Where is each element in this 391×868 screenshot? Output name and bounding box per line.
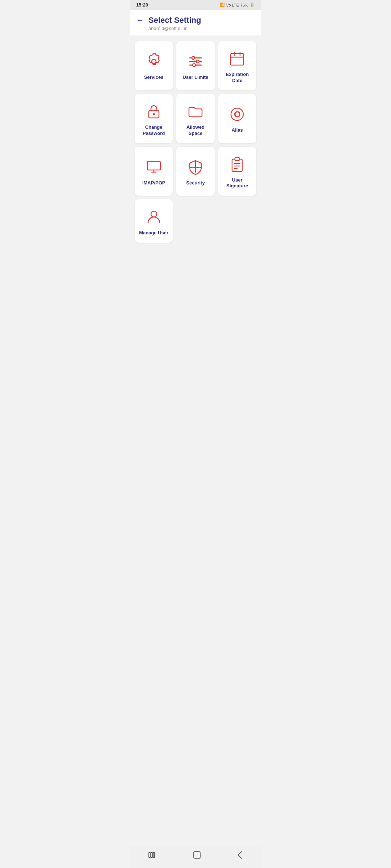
at-icon <box>228 106 246 123</box>
card-label-security: Security <box>186 180 205 186</box>
battery-icon: 🔋 <box>250 3 255 7</box>
setting-card-expiration-date[interactable]: Expiration Date <box>218 41 256 90</box>
setting-card-allowed-space[interactable]: Allowed Space <box>176 94 214 143</box>
header: ← Select Setting android@soft.dil.in <box>130 10 261 35</box>
setting-card-change-password[interactable]: Change Password <box>135 94 173 143</box>
signal-text: Vo LTE <box>226 3 239 7</box>
page-title: Select Setting <box>148 16 201 25</box>
card-label-allowed-space: Allowed Space <box>181 124 210 137</box>
setting-card-user-signature[interactable]: User Signature <box>218 147 256 196</box>
card-label-user-limits: User Limits <box>183 75 209 81</box>
svg-point-11 <box>153 113 155 115</box>
calendar-icon <box>228 50 246 67</box>
setting-card-imap-pop[interactable]: IMAP/POP <box>135 147 173 196</box>
clipboard-icon <box>228 156 246 173</box>
sliders-icon <box>187 53 204 70</box>
person-icon <box>145 208 163 226</box>
setting-card-manage-user[interactable]: Manage User <box>135 199 173 243</box>
svg-rect-6 <box>231 54 244 65</box>
svg-rect-18 <box>235 158 239 161</box>
setting-card-alias[interactable]: Alias <box>218 94 256 143</box>
card-label-change-password: Change Password <box>139 124 168 137</box>
svg-rect-14 <box>147 161 160 170</box>
card-label-user-signature: User Signature <box>223 177 252 190</box>
wifi-icon: 📶 <box>220 3 225 7</box>
card-label-alias: Alias <box>232 127 243 133</box>
setting-card-security[interactable]: Security <box>176 147 214 196</box>
svg-point-22 <box>151 211 157 217</box>
back-button[interactable]: ← <box>136 16 144 24</box>
setting-card-user-limits[interactable]: User Limits <box>176 41 214 90</box>
battery-text: 76% <box>240 3 248 7</box>
svg-point-4 <box>196 60 199 63</box>
header-text: Select Setting android@soft.dil.in <box>148 16 201 31</box>
card-label-manage-user: Manage User <box>139 230 168 236</box>
settings-grid: Services User Limits Expiration Date Cha… <box>135 41 256 243</box>
status-icons: 📶 Vo LTE 76% 🔋 <box>220 3 255 7</box>
card-label-imap-pop: IMAP/POP <box>142 180 165 186</box>
card-label-services: Services <box>144 75 164 81</box>
user-email: android@soft.dil.in <box>148 26 201 31</box>
status-time: 15:20 <box>136 2 148 8</box>
svg-point-12 <box>231 108 243 120</box>
gear-icon <box>145 53 163 70</box>
settings-content: Services User Limits Expiration Date Cha… <box>130 35 261 248</box>
svg-point-3 <box>192 56 195 59</box>
folder-icon <box>187 103 204 120</box>
monitor-icon <box>145 158 163 176</box>
status-bar: 15:20 📶 Vo LTE 76% 🔋 <box>130 0 261 10</box>
svg-point-5 <box>193 64 196 67</box>
shield-icon <box>187 158 204 176</box>
lock-icon <box>145 103 163 120</box>
setting-card-services[interactable]: Services <box>135 41 173 90</box>
card-label-expiration-date: Expiration Date <box>223 72 252 84</box>
